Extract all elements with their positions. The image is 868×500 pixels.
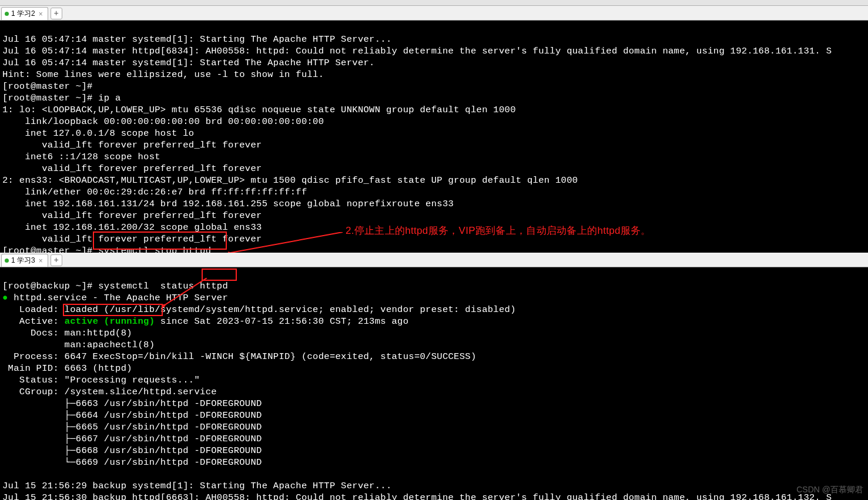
terminal-pane-2[interactable]: [root@backup ~]# systemctl status httpd … — [0, 267, 868, 500]
tab-bar-1: 1 学习2 × + — [0, 6, 868, 21]
status-dot-icon — [5, 12, 9, 16]
terminal-line: ├─6663 /usr/sbin/httpd -DFOREGROUND — [2, 398, 262, 409]
terminal-line: 2: ens33: <BROADCAST,MULTICAST,UP,LOWER_… — [2, 175, 578, 186]
tab-label: 1 学习3 — [11, 256, 35, 266]
highlight-box-command — [93, 231, 227, 250]
terminal-line: man:apachectl(8) — [2, 340, 155, 350]
terminal-line: valid_lft forever preferred_lft forever — [2, 163, 262, 174]
terminal-line: Jul 15 21:56:29 backup systemd[1]: Start… — [2, 481, 392, 491]
terminal-line: Docs: man:httpd(8) — [2, 328, 132, 338]
tab-session-1[interactable]: 1 学习2 × — [1, 7, 48, 20]
terminal-line: since Sat 2023-07-15 21:56:30 CST; 213ms… — [155, 316, 408, 327]
arrow-icon — [163, 278, 210, 307]
terminal-line: └─6669 /usr/sbin/httpd -DFOREGROUND — [2, 457, 262, 468]
tab-session-2[interactable]: 1 学习3 × — [1, 254, 48, 267]
terminal-line: CGroup: /system.slice/httpd.service — [2, 387, 217, 397]
terminal-line: inet6 ::1/128 scope host — [2, 152, 166, 162]
terminal-line: Jul 16 05:47:14 master systemd[1]: Start… — [2, 34, 392, 45]
add-tab-button[interactable]: + — [51, 254, 62, 266]
terminal-line: inet 192.168.161.131/24 brd 192.168.161.… — [2, 199, 454, 209]
terminal-prompt: [root@master ~]# — [2, 246, 98, 253]
add-tab-button[interactable]: + — [51, 8, 62, 19]
terminal-line: valid_lft forever preferred_lft forever — [2, 210, 262, 221]
terminal-line: Hint: Some lines were ellipsized, use -l… — [2, 69, 324, 80]
terminal-line: 1: lo: <LOOPBACK,UP,LOWER_UP> mtu 65536 … — [2, 105, 516, 115]
terminal-line: Jul 16 05:47:14 master httpd[6834]: AH00… — [2, 46, 832, 56]
terminal-line: ├─6664 /usr/sbin/httpd -DFOREGROUND — [2, 410, 262, 421]
terminal-line: valid_lft forever preferred_lft forever — [2, 140, 262, 150]
terminal-line: Jul 15 21:56:30 backup httpd[6663]: AH00… — [2, 492, 832, 500]
terminal-line: Status: "Processing requests..." — [2, 375, 200, 385]
terminal-line: ├─6668 /usr/sbin/httpd -DFOREGROUND — [2, 445, 262, 456]
terminal-pane-1[interactable]: Jul 16 05:47:14 master systemd[1]: Start… — [0, 21, 868, 253]
terminal-line: Active: — [2, 316, 65, 327]
close-icon[interactable]: × — [39, 10, 43, 18]
annotation-text: 2.停止主上的httpd服务，VIP跑到备上，自动启动备上的httpd服务。 — [346, 225, 651, 237]
terminal-line: [root@master ~]# — [2, 81, 98, 92]
status-bullet-icon: ● — [2, 293, 14, 303]
terminal-line: Main PID: 6663 (httpd) — [2, 363, 132, 374]
terminal-line: link/ether 00:0c:29:dc:26:e7 brd ff:ff:f… — [2, 187, 307, 197]
terminal-line: ├─6667 /usr/sbin/httpd -DFOREGROUND — [2, 434, 262, 444]
terminal-line: [root@master ~]# ip a — [2, 93, 121, 103]
highlight-box-active — [63, 304, 163, 316]
arrow-icon — [228, 232, 346, 253]
terminal-line: inet 127.0.0.1/8 scope host lo — [2, 128, 194, 139]
terminal-line: Jul 16 05:47:14 master systemd[1]: Start… — [2, 58, 375, 68]
window-title-bar — [0, 0, 868, 6]
svg-line-1 — [231, 232, 343, 253]
status-dot-icon — [5, 259, 9, 263]
tab-label: 1 学习2 — [11, 9, 35, 19]
svg-line-3 — [166, 278, 207, 304]
terminal-line: Process: 6647 ExecStop=/bin/kill -WINCH … — [2, 351, 477, 362]
terminal-line: ├─6665 /usr/sbin/httpd -DFOREGROUND — [2, 422, 262, 432]
terminal-line: link/loopback 00:00:00:00:00:00 brd 00:0… — [2, 116, 324, 127]
tab-bar-2: 1 学习3 × + — [0, 253, 868, 267]
watermark: CSDN @百慕卿君 — [796, 485, 863, 495]
status-active-running: active (running) — [65, 316, 155, 327]
close-icon[interactable]: × — [39, 257, 43, 265]
